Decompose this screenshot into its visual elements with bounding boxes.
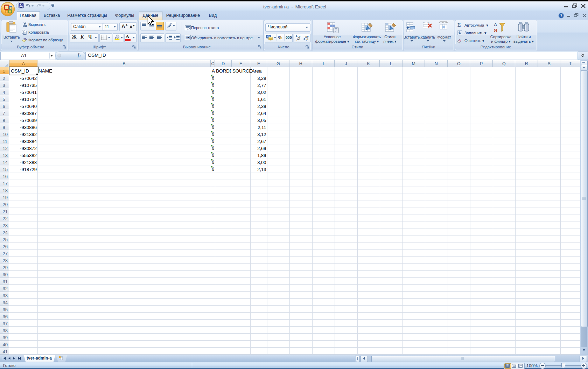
svg-text:?: ?	[560, 13, 562, 18]
svg-text:А: А	[494, 22, 497, 27]
svg-text:Σ: Σ	[457, 22, 461, 27]
svg-text:,00: ,00	[296, 38, 300, 41]
svg-text:Я: Я	[494, 28, 497, 33]
